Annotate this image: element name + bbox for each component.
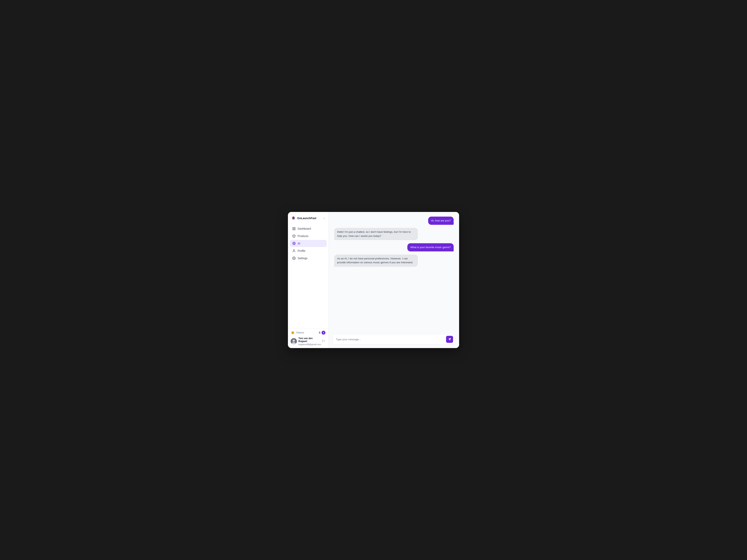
sidebar-item-dashboard[interactable]: Dashboard [290,225,327,232]
app-window: GoLaunchFast ‹ Dashboard [288,212,459,348]
sidebar: GoLaunchFast ‹ Dashboard [288,212,329,348]
products-icon [292,234,296,238]
svg-rect-6 [294,229,295,230]
bot-message-bubble: Hello! I'm just a chatbot, so I don't ha… [334,228,418,240]
user-name: Tom van den Bogaart [299,337,321,343]
message-text: Hello! I'm just a chatbot, so I don't ha… [337,231,411,237]
sidebar-bottom: $ Tokens 5 + [288,328,329,348]
ai-icon [292,242,296,245]
dashboard-label: Dashboard [298,227,311,230]
logo-icon [291,216,296,220]
sidebar-item-ai[interactable]: AI [290,240,327,247]
svg-rect-4 [294,227,295,228]
tokens-icon: $ [291,331,294,335]
message-text: As an AI, I do not have personal prefere… [337,257,413,264]
tokens-row: $ Tokens 5 + [291,331,326,335]
main-content: Hi, how are you? Hello! I'm just a chatb… [329,212,459,348]
send-icon [448,338,451,341]
logo-text: GoLaunchFast [297,217,316,220]
user-message-bubble: Hi, how are you? [428,217,454,225]
user-details: Tom van den Bogaart bogatom98@gmail.com [299,337,321,346]
message-text: What is your favorite music genre? [410,246,451,249]
sidebar-item-profile[interactable]: Profile [290,247,327,254]
bot-message-bubble: As an AI, I do not have personal prefere… [334,255,418,267]
svg-text:$: $ [292,332,293,334]
nav-menu: Dashboard Products [288,223,329,328]
avatar [291,338,297,344]
avatar-image [291,338,297,344]
ai-label: AI [298,242,300,245]
svg-point-9 [293,249,294,251]
add-tokens-button[interactable]: + [321,331,326,335]
message-row: As an AI, I do not have personal prefere… [334,255,454,267]
chat-area: Hi, how are you? Hello! I'm just a chatb… [329,212,459,332]
message-row: Hello! I'm just a chatbot, so I don't ha… [334,228,454,240]
user-message-bubble: What is your favorite music genre? [407,243,454,251]
message-row: Hi, how are you? [334,217,454,225]
sidebar-header: GoLaunchFast ‹ [288,212,329,223]
tokens-label: Tokens [296,331,304,334]
message-text: Hi, how are you? [431,219,451,222]
svg-point-15 [292,340,295,342]
collapse-sidebar-button[interactable]: ‹ [323,216,326,220]
user-email: bogatom98@gmail.com [299,343,321,346]
user-row: Tom van den Bogaart bogatom98@gmail.com [291,337,326,346]
sidebar-item-settings[interactable]: Settings [290,255,327,262]
settings-label: Settings [298,257,308,260]
profile-icon [292,249,296,252]
user-info: Tom van den Bogaart bogatom98@gmail.com [291,337,321,346]
svg-point-10 [293,258,294,259]
svg-rect-3 [292,227,293,228]
products-label: Products [298,235,308,238]
profile-label: Profile [298,249,305,252]
chat-input[interactable] [336,338,444,341]
tokens-right: 5 + [319,331,326,335]
logo-area: GoLaunchFast [291,216,316,220]
svg-rect-5 [292,229,293,230]
sidebar-item-products[interactable]: Products [290,233,327,240]
dashboard-icon [292,227,296,231]
send-button[interactable] [446,336,453,343]
chat-input-wrapper [333,334,455,345]
message-row: What is your favorite music genre? [334,243,454,251]
tokens-count: 5 [319,331,320,334]
settings-icon [292,257,296,260]
tokens-left: $ Tokens [291,331,304,335]
chat-input-area [329,332,459,348]
logout-button[interactable] [321,339,326,344]
logout-icon [322,339,325,342]
